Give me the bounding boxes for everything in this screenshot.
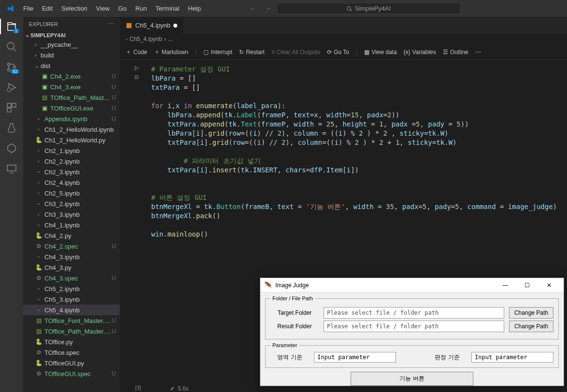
add-code-button[interactable]: ＋Code [126, 48, 147, 56]
plus-icon: ＋ [126, 48, 131, 56]
menu-help[interactable]: Help [184, 3, 205, 14]
maximize-button[interactable]: ☐ [516, 279, 538, 292]
param1-input[interactable] [314, 352, 396, 363]
variables-button[interactable]: {x}Variables [404, 49, 436, 56]
item-label: Ch4_2.spec [44, 243, 112, 250]
source-control-icon[interactable]: 82 [6, 61, 17, 73]
interrupt-button[interactable]: ▢Interrupt [203, 49, 232, 56]
nb-icon: ▫ [35, 296, 43, 303]
file-item[interactable]: 🐍Ch4_2.py [23, 230, 120, 241]
item-label: __pycache__ [41, 41, 118, 48]
file-item[interactable]: ▫Ch5_3.ipynb [23, 294, 120, 305]
command-center[interactable]: SimplePy4AI [277, 3, 460, 14]
menu-go[interactable]: Go [114, 3, 130, 14]
workspace-folder[interactable]: ⌄ SIMPLEPY4AI [23, 31, 120, 39]
folder-item[interactable]: ›build [23, 50, 120, 60]
csv-icon: ▤ [35, 328, 43, 335]
file-item[interactable]: ▤TOffice_Path_Master....U [23, 92, 120, 103]
param2-input[interactable] [471, 352, 553, 363]
restart-button[interactable]: ↻Restart [239, 49, 265, 56]
parameter-fieldset: Parameter 영역 기준 판정 기준 [265, 342, 559, 368]
menu-edit[interactable]: Edit [38, 3, 57, 14]
fieldset-legend: Folder / File Path [270, 295, 315, 301]
item-label: TOffice_Path_Master.... [50, 94, 112, 101]
file-item[interactable]: ▣TOfficeGUI.exeU [23, 103, 120, 113]
tk-titlebar[interactable]: 🪶 Image Judge — ☐ ✕ [260, 278, 564, 293]
file-item[interactable]: ▫Ch3_2.ipynb [23, 198, 120, 209]
menu-file[interactable]: File [19, 3, 37, 14]
file-item[interactable]: ▫Ch5_4.ipynb [23, 305, 120, 315]
file-item[interactable]: ▫Ch2_4.ipynb [23, 177, 120, 188]
search-activity-icon[interactable] [6, 41, 17, 53]
main-action-button[interactable]: 기능 버튼 [351, 372, 473, 386]
nb-icon: ▫ [35, 222, 43, 228]
minimize-button[interactable]: — [495, 279, 516, 292]
item-label: Ch4_1.ipynb [44, 222, 118, 229]
result-folder-input[interactable]: Please select file / folder path [324, 321, 504, 332]
file-item[interactable]: ▫Ch4_3.ipynb [23, 252, 120, 262]
svg-point-2 [7, 42, 14, 49]
file-item[interactable]: ⚙TOffice.spec [23, 347, 120, 358]
remote-icon[interactable] [6, 163, 17, 174]
file-item[interactable]: 🐍TOffice.py [23, 336, 120, 347]
more-actions-button[interactable]: ⋯ [475, 49, 481, 56]
file-item[interactable]: ⚙Ch4_3.specU [23, 273, 120, 283]
change-path-button[interactable]: Change Path [509, 321, 553, 332]
variables-icon: {x} [404, 49, 411, 56]
run-debug-icon[interactable] [6, 82, 17, 93]
file-item[interactable]: ▫Ch5_2.ipynb [23, 283, 120, 294]
file-item[interactable]: ▫Ch3_3.ipynb [23, 209, 120, 220]
run-cell-button[interactable]: ▷ [135, 65, 139, 71]
explorer-icon[interactable]: 1 [6, 21, 17, 32]
file-item[interactable]: ▫Ch2_5.ipynb [23, 188, 120, 198]
tab-label: Ch5_4.ipynb [135, 22, 170, 29]
file-item[interactable]: ▫Appendix.ipynbU [23, 113, 120, 124]
sidebar-header: EXPLORER ⋯ [23, 17, 120, 31]
breadcrumb[interactable]: ▫ Ch5_4.ipynb › ... [120, 34, 567, 44]
testing-icon[interactable] [6, 122, 17, 134]
file-item[interactable]: ▫Ch2_1.ipynb [23, 145, 120, 156]
clear-outputs-button[interactable]: ≡Clear All Outputs [271, 49, 320, 56]
file-item[interactable]: ▣Ch4_3.exeU [23, 82, 120, 92]
menu-view[interactable]: View [92, 3, 113, 14]
exe-icon: ▣ [41, 105, 48, 112]
file-item[interactable]: ⚙Ch4_2.specU [23, 241, 120, 252]
menu-selection[interactable]: Selection [57, 3, 91, 14]
tab-active[interactable]: Ch5_4.ipynb [120, 17, 184, 34]
notebook-icon: ▫ [126, 36, 128, 42]
file-item[interactable]: ▫Ch2_3.ipynb [23, 167, 120, 177]
file-item[interactable]: ▣Ch4_2.exeU [23, 71, 120, 82]
menu-terminal[interactable]: Terminal [152, 3, 183, 14]
folder-item[interactable]: ⌄dist [23, 60, 120, 71]
file-item[interactable]: ▫Ch2_2.ipynb [23, 156, 120, 167]
item-label: Ch4_3.ipynb [44, 253, 118, 261]
file-item[interactable]: 🐍Ch1_2_HelloWorld.py [23, 135, 120, 145]
change-path-button[interactable]: Change Path [509, 307, 553, 319]
folder-item[interactable]: ›__pycache__ [23, 39, 120, 50]
outline-button[interactable]: ☰Outline [443, 49, 468, 56]
nav-back-icon[interactable]: ← [250, 5, 256, 12]
file-item[interactable]: 🐍Ch4_3.py [23, 262, 120, 273]
more-icon[interactable]: ⋯ [109, 21, 114, 27]
result-folder-label: Result Folder [270, 323, 319, 330]
jupyter-icon[interactable] [6, 142, 17, 154]
extensions-icon[interactable] [6, 102, 17, 113]
goto-icon: ⟳ [327, 49, 332, 56]
close-button[interactable]: ✕ [538, 279, 560, 292]
target-folder-input[interactable]: Please select file / folder path [324, 307, 504, 319]
menu-run[interactable]: Run [131, 3, 151, 14]
file-item[interactable]: ▤TOffice_Font_Master.csvU [23, 315, 120, 326]
goto-button[interactable]: ⟳Go To [327, 49, 349, 56]
collapse-icon[interactable]: ⊟ [134, 74, 139, 80]
nb-icon: ▫ [35, 190, 43, 196]
outline-icon: ☰ [443, 49, 448, 56]
file-item[interactable]: ▤TOffice_Path_Master.csvU [23, 326, 120, 336]
add-markdown-button[interactable]: ＋Markdown [154, 48, 188, 56]
item-label: Ch4_2.exe [50, 73, 112, 80]
view-data-button[interactable]: ▦View data [364, 49, 397, 56]
nav-forward-icon[interactable]: → [265, 5, 271, 12]
file-item[interactable]: 🐍TOfficeGUI.py [23, 358, 120, 368]
file-item[interactable]: ▫Ch4_1.ipynb [23, 220, 120, 230]
file-item[interactable]: ▫Ch1_2_HelloWorld.ipynb [23, 124, 120, 135]
file-item[interactable]: ⚙TOfficeGUI.specU [23, 368, 120, 379]
